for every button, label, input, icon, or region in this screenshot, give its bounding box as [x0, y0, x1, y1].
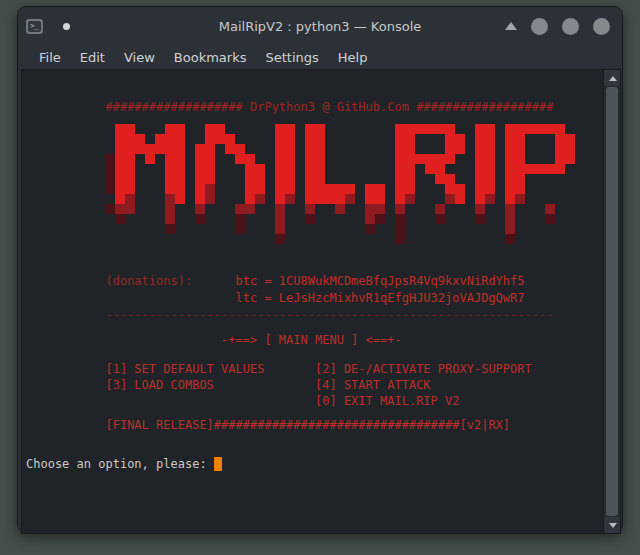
- scroll-up-button[interactable]: [604, 70, 621, 86]
- final-release-line: [FINAL RELEASE]#########################…: [26, 418, 510, 432]
- main-menu-title: -+==> [ MAIN MENU ] <==+-: [26, 333, 402, 347]
- session-dot-icon: [63, 23, 70, 30]
- prompt-text: Choose an option, please:: [26, 457, 214, 471]
- keep-above-icon[interactable]: [505, 22, 517, 30]
- menu-help[interactable]: Help: [335, 48, 371, 67]
- konsole-window: >_ MailRipV2 : python3 — Konsole File Ed…: [17, 6, 623, 533]
- ltc-address: ltc = LeJsHzcMixhvR1qEfgHJU32joVAJDgQwR7: [26, 291, 525, 305]
- menu-settings[interactable]: Settings: [262, 48, 321, 67]
- arrow-up-icon: [609, 76, 617, 81]
- terminal-glyph-icon: >_: [28, 21, 41, 32]
- arrow-down-icon: [609, 523, 617, 528]
- scrollbar[interactable]: [603, 70, 620, 533]
- scroll-down-button[interactable]: [604, 517, 621, 533]
- scrollbar-thumb[interactable]: [606, 87, 618, 516]
- donations-label: (donations):: [26, 274, 192, 288]
- terminal-viewport[interactable]: ################### DrPython3 @ GitHub.C…: [21, 69, 621, 534]
- menubar: File Edit View Bookmarks Settings Help: [18, 45, 622, 69]
- maximize-button[interactable]: [562, 18, 579, 35]
- banner-hash-header: ################### DrPython3 @ GitHub.C…: [26, 100, 553, 114]
- menu-row-2: [3] LOAD COMBOS [4] START ATTACK: [26, 378, 431, 392]
- menu-file[interactable]: File: [36, 48, 64, 67]
- donations-line: (donations): btc = 1CU8WukMCDmeBfqJpsR4V…: [26, 274, 525, 288]
- close-button[interactable]: [593, 18, 610, 35]
- menu-view[interactable]: View: [121, 48, 158, 67]
- prompt-line[interactable]: Choose an option, please:: [26, 457, 222, 471]
- separator-line: ----------------------------------------…: [26, 308, 553, 322]
- ascii-art-banner: [105, 124, 575, 244]
- konsole-app-icon[interactable]: >_: [26, 19, 43, 34]
- menu-row-3: [0] EXIT MAIL.RIP V2: [26, 394, 459, 408]
- btc-address: btc = 1CU8WukMCDmeBfqJpsR4Vq9kxvNiRdYhf5: [192, 274, 524, 288]
- menu-edit[interactable]: Edit: [77, 48, 108, 67]
- terminal-cursor[interactable]: [214, 457, 222, 471]
- menu-row-1: [1] SET DEFAULT VALUES [2] DE-/ACTIVATE …: [26, 362, 532, 376]
- titlebar[interactable]: >_ MailRipV2 : python3 — Konsole: [18, 7, 622, 45]
- minimize-button[interactable]: [531, 18, 548, 35]
- menu-bookmarks[interactable]: Bookmarks: [171, 48, 250, 67]
